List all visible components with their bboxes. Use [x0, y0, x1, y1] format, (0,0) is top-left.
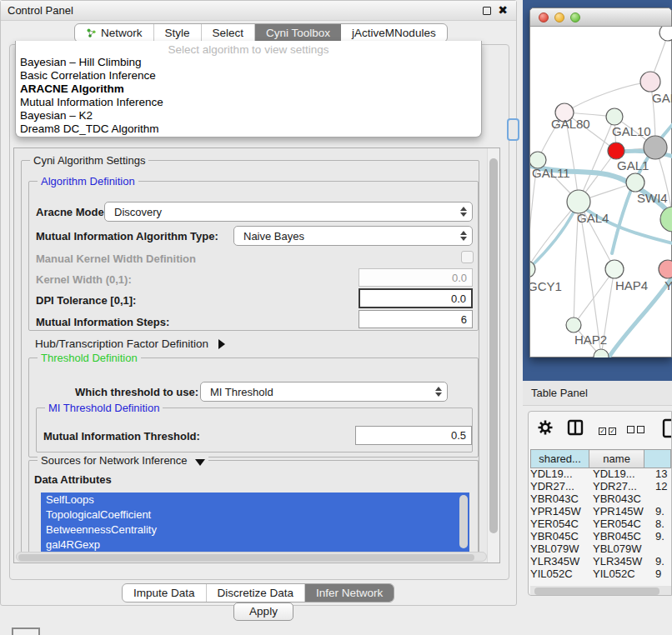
tab-network[interactable]: Network: [75, 24, 154, 42]
tab-cyni-toolbox[interactable]: Cyni Toolbox: [255, 24, 341, 42]
network-edge[interactable]: [555, 275, 672, 358]
node-table-body: YDL19...YDL19...13YDR27...YDR27...12YBR0…: [530, 468, 672, 580]
mi-steps-field[interactable]: 6: [359, 310, 473, 328]
algorithm-dropdown-list: Select algorithm to view settings Bayesi…: [15, 41, 482, 138]
dropdown-item[interactable]: Bayesian – Hill Climbing: [16, 56, 481, 69]
collapsed-arrow-icon: [218, 339, 225, 349]
list-scrollbar-thumb[interactable]: [459, 495, 468, 548]
table-horizontal-scrollbar[interactable]: [530, 586, 671, 596]
table-panel-titlebar: Table Panel: [523, 381, 672, 406]
dropdown-item-selected[interactable]: ARACNE Algorithm: [16, 82, 481, 96]
horizontal-scrollbar-thumb[interactable]: [18, 554, 474, 561]
cyni-algorithm-settings-group: Cyni Algorithm Settings Algorithm Defini…: [21, 160, 479, 558]
table-row[interactable]: YBL079WYBL079W: [530, 542, 672, 555]
unchecked-box-icon: [627, 426, 634, 433]
dropdown-item[interactable]: Mutual Information Inference: [16, 96, 481, 109]
close-traffic-light-icon[interactable]: [539, 12, 549, 22]
tab-jactivemnodules[interactable]: jActiveMNodules: [341, 24, 447, 42]
network-node-node-top-partial[interactable]: [659, 27, 672, 41]
dropdown-item[interactable]: Dream8 DC_TDC Algorithm: [16, 122, 481, 136]
mi-algorithm-type-select[interactable]: Naive Bayes: [233, 226, 473, 246]
obscured-combobox-fragment[interactable]: [507, 118, 519, 141]
table-horizontal-scrollbar-thumb[interactable]: [534, 588, 659, 595]
network-node-label: GAL1: [617, 158, 649, 172]
column-header-partial[interactable]: [644, 450, 671, 468]
tab-label: Select: [213, 27, 244, 39]
attribute-item[interactable]: SelfLoops: [41, 492, 469, 508]
vertical-scrollbar-thumb[interactable]: [489, 158, 498, 533]
network-edge[interactable]: [564, 82, 650, 112]
table-cell: YER054C: [530, 518, 593, 530]
network-node-node-gray[interactable]: [644, 136, 667, 159]
kernel-width-field[interactable]: 0.0: [359, 268, 473, 287]
tab-style[interactable]: Style: [154, 24, 202, 42]
table-row[interactable]: YBR043CYBR043C: [530, 492, 672, 505]
table-cell: YBR043C: [530, 492, 593, 505]
table-row[interactable]: YDR27...YDR27...12: [530, 480, 672, 492]
hub-definition-toggle[interactable]: Hub/Transcription Factor Definition: [35, 338, 225, 350]
close-icon[interactable]: ✖: [498, 3, 508, 17]
which-threshold-select[interactable]: MI Threshold: [200, 382, 448, 402]
table-row[interactable]: YPR145WYPR145W9.: [530, 505, 672, 518]
control-panel-titlebar: Control Panel ✖: [1, 1, 516, 21]
tab-discretize-data[interactable]: Discretize Data: [207, 584, 306, 602]
table-row[interactable]: YLR345WYLR345W9.: [530, 555, 672, 568]
network-node-hap2[interactable]: [566, 318, 581, 332]
document-icon[interactable]: [662, 418, 672, 441]
manual-kernel-checkbox[interactable]: [461, 251, 474, 263]
tab-infer-network[interactable]: Infer Network: [305, 584, 394, 602]
tab-label: Discretize Data: [218, 587, 294, 599]
network-node-gal10[interactable]: [606, 108, 623, 125]
network-node-hap4[interactable]: [605, 260, 624, 278]
network-canvas[interactable]: GALGAL80GAL10GAL1GAL11SWI4GAL4GCY1HAP4YH…: [530, 27, 672, 358]
table-row[interactable]: YER054CYER054C8.: [530, 518, 672, 530]
network-node-node-salmon[interactable]: [659, 260, 672, 278]
table-cell: YDR27...: [530, 480, 593, 492]
network-node-node-gal-upper[interactable]: [640, 72, 660, 92]
mi-threshold-field[interactable]: 0.5: [355, 426, 472, 445]
data-attributes-list: SelfLoops TopologicalCoefficient Between…: [41, 492, 469, 554]
tab-select[interactable]: Select: [202, 24, 256, 42]
vertical-scrollbar[interactable]: [487, 148, 499, 562]
network-window[interactable]: GALGAL80GAL10GAL1GAL11SWI4GAL4GCY1HAP4YH…: [529, 8, 672, 358]
network-window-titlebar[interactable]: [530, 8, 671, 27]
mi-steps-label: Mutual Information Steps:: [36, 316, 169, 328]
table-row[interactable]: YDL19...YDL19...13: [530, 468, 672, 480]
panel-title: Control Panel: [8, 4, 73, 17]
network-desktop: GALGAL80GAL10GAL1GAL11SWI4GAL4GCY1HAP4YH…: [523, 0, 672, 381]
network-node-label: GAL11: [532, 166, 570, 180]
aracne-mode-select[interactable]: Discovery: [104, 202, 473, 222]
zoom-traffic-light-icon[interactable]: [570, 12, 580, 22]
table-cell: YLR345W: [530, 555, 593, 568]
column-header-shared-name[interactable]: shared...: [531, 450, 589, 468]
network-node-node-green-big[interactable]: [660, 207, 672, 232]
column-header-name[interactable]: name: [589, 450, 644, 468]
deselect-all-checkboxes-icon[interactable]: [627, 423, 647, 436]
network-node-gal4[interactable]: [567, 190, 590, 213]
dropdown-item[interactable]: Bayesian – K2: [16, 109, 481, 122]
dropdown-item[interactable]: Basic Correlation Inference: [16, 69, 481, 82]
tab-label: Style: [165, 27, 190, 39]
attribute-item[interactable]: BetweennessCentrality: [41, 522, 469, 538]
select-all-checkboxes-icon[interactable]: ✓✓: [599, 423, 619, 436]
attribute-item[interactable]: TopologicalCoefficient: [41, 508, 469, 522]
minimize-traffic-light-icon[interactable]: [554, 12, 564, 22]
network-node-swi4[interactable]: [626, 173, 644, 192]
apply-button[interactable]: Apply: [233, 602, 293, 621]
network-edge[interactable]: [530, 206, 577, 273]
tab-impute-data[interactable]: Impute Data: [123, 584, 207, 602]
horizontal-scrollbar[interactable]: [16, 552, 487, 562]
network-edge[interactable]: [574, 269, 614, 325]
column-layout-icon[interactable]: [567, 419, 584, 438]
float-window-icon[interactable]: [483, 7, 491, 15]
dpi-tolerance-field[interactable]: 0.0: [359, 288, 473, 308]
table-row[interactable]: YBR045CYBR045C9.: [530, 530, 672, 542]
mi-threshold-label: Mutual Information Threshold:: [43, 430, 200, 442]
table-cell: 9.: [655, 505, 672, 518]
table-row[interactable]: YIL052CYIL052C9: [530, 568, 672, 580]
sources-toggle[interactable]: Sources for Network Inference: [38, 454, 208, 467]
attribute-item[interactable]: gal4RGexp: [41, 538, 469, 552]
settings-gear-icon[interactable]: [537, 419, 554, 438]
minimized-panel-handle[interactable]: [12, 628, 40, 635]
network-node-gal1[interactable]: [608, 142, 624, 159]
